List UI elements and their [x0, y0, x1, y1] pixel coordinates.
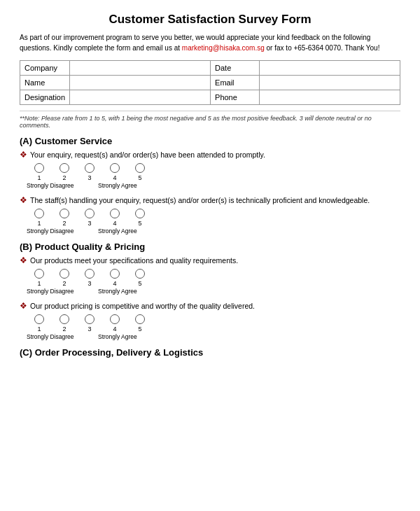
radio-circle-1[interactable]: [34, 314, 44, 324]
label-low: Strongly Disagree: [27, 182, 77, 189]
diamond-icon: ❖: [20, 195, 27, 205]
rating-option-5[interactable]: [127, 163, 153, 174]
radio-circle-4[interactable]: [110, 163, 120, 173]
rating-num-3: 3: [77, 280, 102, 287]
rating-num-2: 2: [52, 280, 77, 287]
diamond-icon: ❖: [20, 150, 27, 160]
rating-option-1[interactable]: [27, 269, 52, 280]
radio-circle-3[interactable]: [85, 209, 94, 218]
email-link[interactable]: marketing@hisaka.com.sg: [182, 44, 265, 52]
section-C: (C) Order Processing, Delivery & Logisti…: [20, 347, 400, 358]
radio-circle-3[interactable]: [85, 314, 94, 324]
radio-circle-5[interactable]: [135, 314, 145, 324]
rating-option-4[interactable]: [102, 163, 127, 174]
rating-num-3: 3: [77, 220, 102, 227]
date-value[interactable]: [260, 61, 400, 76]
phone-label: Phone: [211, 90, 260, 105]
rating-num-1: 1: [27, 220, 52, 227]
phone-value[interactable]: [260, 90, 400, 105]
radio-circle-1[interactable]: [34, 269, 44, 279]
question-label: Our products meet your specifications an…: [30, 256, 238, 265]
question-text-B1: ❖Our products meet your specifications a…: [20, 256, 400, 265]
rating-num-4: 4: [102, 326, 127, 332]
question-text-A2: ❖The staff(s) handling your enquiry, req…: [20, 196, 400, 205]
rating-option-3[interactable]: [77, 314, 102, 326]
rating-num-2: 2: [52, 326, 77, 332]
rating-option-1[interactable]: [27, 314, 52, 326]
radio-circle-5[interactable]: [135, 269, 145, 279]
rating-num-3: 3: [77, 174, 102, 181]
label-low: Strongly Disagree: [27, 227, 77, 234]
rating-option-2[interactable]: [52, 314, 77, 326]
question-label: Our product pricing is competitive and w…: [30, 302, 255, 310]
radio-circle-1[interactable]: [34, 163, 44, 173]
rating-option-3[interactable]: [77, 269, 102, 280]
numbers-row-B2: 12345: [27, 326, 400, 332]
rating-num-3: 3: [77, 326, 102, 332]
question-text-A1: ❖Your enquiry, request(s) and/or order(s…: [20, 150, 400, 160]
section-title-A: (A) Customer Service: [20, 136, 400, 146]
rating-num-5: 5: [127, 220, 153, 227]
rating-option-2[interactable]: [52, 209, 77, 220]
question-label: The staff(s) handling your enquiry, requ…: [30, 196, 370, 204]
rating-option-5[interactable]: [127, 269, 153, 280]
radio-circle-4[interactable]: [110, 209, 120, 218]
rating-option-4[interactable]: [102, 314, 127, 326]
email-label: Email: [211, 76, 260, 90]
radio-circle-2[interactable]: [59, 209, 69, 218]
radio-circle-5[interactable]: [135, 209, 145, 218]
designation-value[interactable]: [70, 90, 211, 105]
rating-num-1: 1: [27, 326, 52, 332]
rating-option-2[interactable]: [52, 269, 77, 280]
radio-circle-2[interactable]: [59, 314, 69, 324]
email-value[interactable]: [260, 76, 400, 90]
rating-num-4: 4: [102, 280, 127, 287]
rating-labels-B1: Strongly DisagreeStrongly Agree: [27, 288, 400, 295]
section-title-B: (B) Product Quality & Pricing: [20, 241, 400, 252]
rating-option-2[interactable]: [52, 163, 77, 174]
rating-num-5: 5: [127, 280, 153, 287]
rating-row-B2: [27, 314, 400, 326]
radio-circle-2[interactable]: [59, 269, 69, 279]
section-A: (A) Customer Service❖Your enquiry, reque…: [20, 136, 400, 234]
name-value[interactable]: [70, 76, 211, 90]
label-low: Strongly Disagree: [27, 288, 77, 295]
rating-option-3[interactable]: [77, 163, 102, 174]
date-label: Date: [211, 61, 260, 76]
company-label: Company: [20, 61, 70, 76]
rating-option-3[interactable]: [77, 209, 102, 220]
question-A1: ❖Your enquiry, request(s) and/or order(s…: [20, 150, 400, 189]
rating-option-4[interactable]: [102, 269, 127, 280]
rating-labels-A2: Strongly DisagreeStrongly Agree: [27, 227, 400, 234]
radio-circle-1[interactable]: [34, 209, 44, 218]
rating-num-4: 4: [102, 220, 127, 227]
sections-container: (A) Customer Service❖Your enquiry, reque…: [20, 136, 400, 358]
rating-num-2: 2: [52, 174, 77, 181]
company-value[interactable]: [70, 61, 211, 76]
radio-circle-3[interactable]: [85, 163, 94, 173]
rating-option-1[interactable]: [27, 209, 52, 220]
section-title-C: (C) Order Processing, Delivery & Logisti…: [20, 347, 400, 358]
radio-circle-5[interactable]: [135, 163, 145, 173]
numbers-row-B1: 12345: [27, 280, 400, 287]
question-B2: ❖Our product pricing is competitive and …: [20, 302, 400, 340]
name-label: Name: [20, 76, 70, 90]
radio-circle-4[interactable]: [110, 314, 120, 324]
radio-circle-3[interactable]: [85, 269, 94, 279]
radio-circle-4[interactable]: [110, 269, 120, 279]
rating-option-5[interactable]: [127, 314, 153, 326]
diamond-icon: ❖: [20, 255, 27, 265]
label-high: Strongly Agree: [98, 333, 137, 340]
numbers-row-A1: 12345: [27, 174, 400, 181]
question-B1: ❖Our products meet your specifications a…: [20, 256, 400, 295]
question-label: Your enquiry, request(s) and/or order(s)…: [30, 150, 265, 159]
rating-option-4[interactable]: [102, 209, 127, 220]
label-high: Strongly Agree: [98, 182, 137, 189]
rating-num-5: 5: [127, 174, 153, 181]
radio-circle-2[interactable]: [59, 163, 69, 173]
rating-option-5[interactable]: [127, 209, 153, 220]
info-table: Company Date Name Email Designation Phon…: [20, 60, 400, 105]
note-text: **Note: Please rate from 1 to 5, with 1 …: [20, 111, 400, 129]
rating-option-1[interactable]: [27, 163, 52, 174]
section-B: (B) Product Quality & Pricing❖Our produc…: [20, 241, 400, 340]
